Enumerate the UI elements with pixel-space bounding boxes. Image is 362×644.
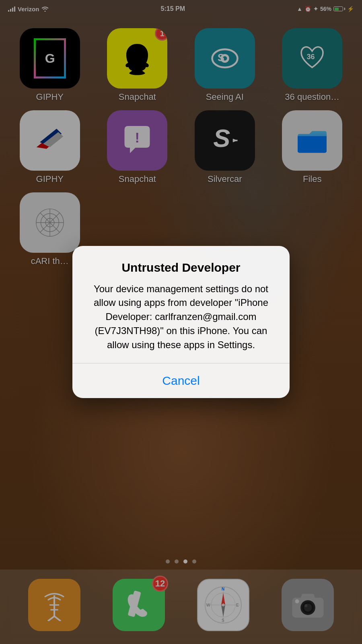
alert-cancel-button[interactable]: Cancel xyxy=(72,363,290,398)
alert-overlay: Untrusted Developer Your device manageme… xyxy=(0,0,362,644)
alert-title: Untrusted Developer xyxy=(87,260,275,275)
alert-message: Your device management settings do not a… xyxy=(87,282,275,352)
alert-dialog: Untrusted Developer Your device manageme… xyxy=(72,246,290,398)
alert-content: Untrusted Developer Your device manageme… xyxy=(72,246,290,363)
